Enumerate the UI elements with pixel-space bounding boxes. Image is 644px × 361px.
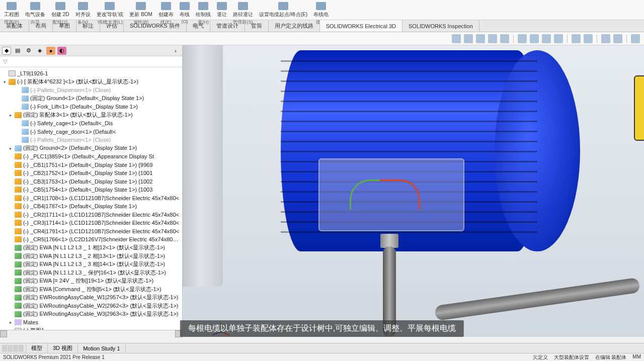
filter-bar: ▽ xyxy=(0,56,182,67)
tree-item[interactable]: _LT9|1926-1 xyxy=(0,69,182,78)
item-icon xyxy=(22,137,29,143)
view-icon[interactable] xyxy=(554,34,563,43)
expand-icon[interactable]: ▸ xyxy=(8,320,13,325)
view-icon[interactable] xyxy=(488,34,497,43)
scroll-left-button[interactable] xyxy=(0,330,7,337)
toolbar-button[interactable]: 设置电缆起点/终点(E) xyxy=(257,1,309,20)
tree-item[interactable]: (固定) EWA [Command _ 控制]5<1> (默认<显示状态-1>) xyxy=(0,285,182,294)
tool-icon xyxy=(30,2,40,10)
item-label: _LT9|1926-1 xyxy=(17,70,48,76)
3dview-tab[interactable]: 3D 视图 xyxy=(48,343,78,353)
expand-icon[interactable]: ▸ xyxy=(8,113,13,118)
expand-icon[interactable]: › xyxy=(171,47,180,55)
view-icon[interactable] xyxy=(518,34,527,43)
tree-item[interactable]: (-) _CR1|1708<1> (LC1D1210B7|Schneider E… xyxy=(0,194,182,203)
expand-icon[interactable]: ▸ xyxy=(8,146,13,151)
tree-item[interactable]: (固定) EWRoutingAssyCable_W2|2962<3> (默认<显… xyxy=(0,302,182,310)
tree-item[interactable]: (-) Fork_Lift<1> (Default<_Display State… xyxy=(0,103,182,111)
view-icon[interactable] xyxy=(542,34,551,43)
separator xyxy=(567,35,568,43)
tree-item[interactable]: (-) _CB1|1751<1> (Default<_Display State… xyxy=(0,161,182,169)
item-icon xyxy=(15,195,22,201)
tab-nav-arrows[interactable] xyxy=(0,344,26,353)
config-tab-icon[interactable]: ⚙ xyxy=(24,47,33,55)
red-wire xyxy=(380,179,420,210)
command-tab[interactable]: 管道设计 xyxy=(210,20,245,32)
tree-item[interactable]: ▸(固定) 装配体3<1> (默认<默认_显示状态-1>) xyxy=(0,111,182,120)
item-label: (固定) EWRoutingAssyCable_W3|2963<3> (默认<显… xyxy=(23,310,179,318)
tree-item[interactable]: (-) Pallets_Dispenser<1> (Close) xyxy=(0,86,182,95)
bottom-tabs: 模型 3D 视图 Motion Study 1 xyxy=(0,343,644,353)
main-area: ◆ ▤ ⚙ ◈ ● ◐ › ▽ _LT9|1926-1▾(-) [ 装配体4^6… xyxy=(0,45,644,337)
tree-item[interactable]: (-) _CR4|1791<1> (LC1D1210B7|Schneider E… xyxy=(0,227,182,236)
feature-tree: _LT9|1926-1▾(-) [ 装配体4^6232 ]<1> (默认<默认_… xyxy=(0,67,182,330)
item-label: (-) _CB1|1751<1> (Default<_Display State… xyxy=(23,162,152,168)
tree-item[interactable]: (-) Pallets_Dispenser<1> (Close) xyxy=(0,136,182,144)
tree-item[interactable]: (固定) EWA [N L1 L2 L3 _ 保护]16<1> (默认<显示状态… xyxy=(0,268,182,277)
view-icon[interactable] xyxy=(452,34,461,43)
tree-item[interactable]: ▸(固定) Ground<2> (Default<_Display State … xyxy=(0,144,182,153)
view-icon[interactable] xyxy=(464,34,473,43)
view-icon[interactable] xyxy=(631,34,640,43)
command-tab[interactable]: 用户定义的线路 xyxy=(269,20,320,32)
tree-item[interactable]: (-) _CB2|1752<1> (Default<_Display State… xyxy=(0,169,182,177)
command-tab[interactable]: 电气 xyxy=(187,20,210,32)
3d-viewport[interactable] xyxy=(183,45,644,337)
tree-item[interactable]: (-) _PLC1|3859<1> (Default<_Appearance D… xyxy=(0,152,182,161)
feature-tree-tab-icon[interactable]: ◆ xyxy=(2,47,11,55)
command-tab[interactable]: SOLIDWORKS Inspection xyxy=(403,20,479,32)
view-icon[interactable] xyxy=(601,34,610,43)
property-tab-icon[interactable]: ▤ xyxy=(13,47,22,55)
view-icon[interactable] xyxy=(500,34,509,43)
display-tab-icon[interactable]: ● xyxy=(46,47,55,55)
command-tab[interactable]: 草图 xyxy=(53,20,76,32)
tree-item[interactable]: (-) Safety_cage<1> (Default<_Dis xyxy=(0,119,182,128)
appearance-tab-icon[interactable]: ◐ xyxy=(57,47,66,55)
item-icon xyxy=(15,187,22,193)
view-icon[interactable] xyxy=(613,34,622,43)
item-icon xyxy=(15,220,22,226)
view-icon[interactable] xyxy=(530,34,539,43)
command-tab[interactable]: 布局 xyxy=(29,20,53,32)
toolbar-button[interactable]: 退让 xyxy=(215,1,229,20)
view-icon[interactable] xyxy=(476,34,485,43)
junction-box xyxy=(318,158,464,231)
tree-item[interactable]: ▾(-) [ 装配体4^6232 ]<1> (默认<默认_显示状态-1>) xyxy=(0,78,182,86)
tree-item[interactable]: (固定) Ground<1> (Default<_Display State 1… xyxy=(0,95,182,103)
motion-study-tab[interactable]: Motion Study 1 xyxy=(78,344,125,353)
tree-item[interactable]: ▸Mates xyxy=(0,318,182,327)
tree-item[interactable]: (固定) EWA [= 24V _ 控制]19<1> (默认<显示状态-1>) xyxy=(0,277,182,286)
command-tab[interactable]: 评估 xyxy=(100,20,124,32)
tree-item[interactable]: (固定) EWRoutingAssyCable_W3|2963<3> (默认<显… xyxy=(0,310,182,319)
item-icon xyxy=(15,162,22,168)
tree-item[interactable]: (-) _CB4|1787<1> (Default<_Display State… xyxy=(0,202,182,211)
tree-item[interactable]: (-) _CR2|1711<1> (LC1D1210B7|Schneider E… xyxy=(0,211,182,219)
horizontal-scrollbar[interactable] xyxy=(0,330,182,337)
dim-tab-icon[interactable]: ◈ xyxy=(35,47,44,55)
command-tab[interactable]: 装配体 xyxy=(0,20,29,32)
command-tab[interactable]: SOLIDWORKS 插件 xyxy=(124,20,187,32)
flange-part xyxy=(183,45,223,287)
expand-icon[interactable]: ▾ xyxy=(2,79,7,84)
tree-item[interactable]: (-) _CR3|1714<1> (LC1D1210B7|Schneider E… xyxy=(0,219,182,227)
item-label: (-) _CR5|1766<1> (LC2D126V7|Schneider El… xyxy=(23,236,180,243)
tree-item[interactable]: (-) _CR5|1766<1> (LC2D126V7|Schneider El… xyxy=(0,235,182,244)
tree-item[interactable]: (固定) EWRoutingAssyCable_W1|2957<3> (默认<显… xyxy=(0,294,182,302)
filter-icon[interactable]: ▽ xyxy=(3,58,7,65)
view-icon[interactable] xyxy=(584,34,593,43)
tree-item[interactable]: (-) Safety_cage_door<1> (Default< xyxy=(0,128,182,136)
tree-item[interactable]: (固定) EWA [N L1 L2 L3 _ 3 相]14<1> (默认<显示状… xyxy=(0,260,182,269)
view-icon[interactable] xyxy=(572,34,581,43)
tree-item[interactable]: (固定) EWA [N L1 L2 L3 _ 2 相]13<1> (默认<显示状… xyxy=(0,252,182,260)
command-tab[interactable]: 标注 xyxy=(76,20,100,32)
cable-gland xyxy=(380,234,398,248)
command-tab[interactable]: SOLIDWORKS Electrical 3D xyxy=(320,20,403,32)
item-label: (-) _CB5|1754<1> (Default<_Display State… xyxy=(23,187,152,193)
tree-item[interactable]: (-) _CB3|1753<1> (Default<_Display State… xyxy=(0,177,182,186)
status-product: SOLIDWORKS Premium 2021 Pre Release 1 xyxy=(3,354,105,360)
tree-item[interactable]: (-) _CB5|1754<1> (Default<_Display State… xyxy=(0,186,182,194)
tree-item[interactable]: (固定) EWA [N L1 L2 L3 _ 1 相]12<1> (默认<显示状… xyxy=(0,244,182,252)
command-tab[interactable]: 官筒 xyxy=(245,20,269,32)
video-subtitle: 每根电缆以单独子装配体存在于设计树中,可独立编辑、调整、平展每根电缆 xyxy=(180,320,464,337)
model-tab[interactable]: 模型 xyxy=(26,343,48,353)
